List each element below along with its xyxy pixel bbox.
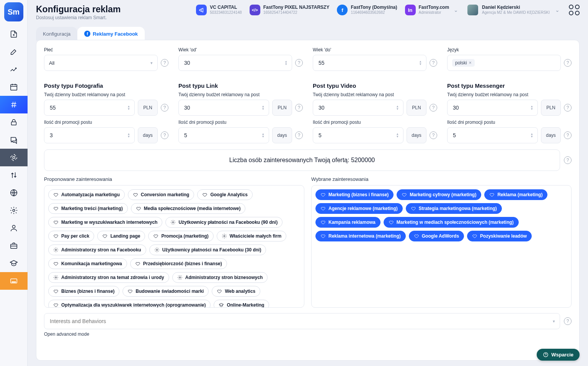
- nav-team[interactable]: [0, 272, 28, 290]
- interest-chip[interactable]: Automatyzacja marketingu: [48, 189, 125, 200]
- number-stepper[interactable]: ▴▾: [531, 105, 533, 110]
- interest-chip[interactable]: Przedsiębiorczość (biznes i finanse): [130, 258, 227, 269]
- interest-chip-selected[interactable]: Google AdWords: [409, 231, 464, 241]
- nav-calendar[interactable]: [0, 78, 28, 96]
- nav-education[interactable]: [0, 254, 28, 272]
- budget-value[interactable]: [183, 104, 262, 111]
- number-stepper[interactable]: ▴▾: [531, 133, 533, 138]
- chevron-down-icon[interactable]: ⌄: [554, 7, 561, 13]
- gender-select[interactable]: All ▾: [44, 55, 158, 71]
- apps-grid-icon[interactable]: [569, 5, 580, 15]
- interest-chip[interactable]: Administratorzy stron biznesowych: [172, 272, 268, 283]
- help-icon[interactable]: ?: [295, 131, 303, 139]
- help-icon[interactable]: ?: [430, 104, 437, 112]
- days-value[interactable]: [183, 132, 262, 139]
- interests-search-input[interactable]: ▾: [44, 313, 560, 329]
- help-icon[interactable]: ?: [564, 131, 572, 139]
- nav-ai[interactable]: [0, 149, 28, 166]
- help-icon[interactable]: ?: [564, 317, 572, 325]
- interest-chip-selected[interactable]: Marketing cyfrowy (marketing): [397, 189, 481, 200]
- budget-video-input[interactable]: ▴▾: [313, 100, 403, 116]
- interest-chip-selected[interactable]: Kampania reklamowa: [315, 217, 381, 228]
- interest-chip-selected[interactable]: Marketing (biznes i finanse): [315, 189, 394, 200]
- help-icon[interactable]: ?: [564, 156, 572, 164]
- days-link-input[interactable]: ▴▾: [178, 127, 269, 143]
- interest-chip-selected[interactable]: Reklama internetowa (marketing): [315, 231, 406, 241]
- interest-chip-selected[interactable]: Strategia marketingowa (marketing): [406, 203, 502, 214]
- app-logo[interactable]: Sm: [4, 2, 23, 21]
- interest-chip[interactable]: Promocja (marketing): [148, 231, 213, 241]
- interest-chip-selected[interactable]: Reklama (marketing): [484, 189, 547, 200]
- interest-chip[interactable]: Pay per click: [48, 231, 94, 241]
- language-select[interactable]: polski ×: [447, 55, 561, 71]
- interest-chip[interactable]: Web analytics: [212, 286, 260, 297]
- account-pixel[interactable]: </> FastTony PIXEL NAJSTARSZY 1658254714…: [250, 5, 330, 15]
- nav-settings[interactable]: [0, 202, 28, 219]
- number-stepper[interactable]: ▴▾: [397, 133, 399, 138]
- nav-hashtag[interactable]: [0, 96, 28, 113]
- number-stepper[interactable]: ▴▾: [397, 105, 399, 110]
- number-stepper[interactable]: ▴▾: [285, 60, 287, 66]
- help-icon[interactable]: ?: [564, 104, 572, 112]
- interest-chip[interactable]: Właściciele małych firm: [217, 231, 286, 241]
- nav-briefcase[interactable]: [0, 237, 28, 254]
- number-stepper[interactable]: ▴▾: [262, 133, 264, 138]
- interest-chip-selected[interactable]: Agencje reklamowe (marketing): [315, 203, 403, 214]
- interest-chip[interactable]: Landing page: [97, 231, 145, 241]
- days-value[interactable]: [452, 132, 531, 139]
- tab-konfiguracja[interactable]: Konfiguracja: [36, 27, 77, 41]
- help-icon[interactable]: ?: [161, 104, 168, 112]
- nav-chat[interactable]: [0, 131, 28, 149]
- account-fasttony-default[interactable]: f FastTony (Domyślna) 1164694603562682: [337, 5, 397, 15]
- interest-chip[interactable]: Media społecznościowe (media internetowe…: [131, 203, 246, 214]
- selected-interests-box[interactable]: Marketing (biznes i finanse)Marketing cy…: [311, 185, 572, 308]
- age-to-input[interactable]: ▴▾: [313, 55, 426, 71]
- interest-chip[interactable]: Optymalizacja dla wyszukiwarek interneto…: [48, 300, 211, 308]
- number-stepper[interactable]: ▴▾: [128, 133, 130, 138]
- language-chip[interactable]: polski ×: [452, 59, 475, 67]
- help-icon[interactable]: ?: [295, 104, 303, 112]
- support-button[interactable]: Wsparcie: [537, 349, 580, 361]
- days-msgr-input[interactable]: ▴▾: [447, 127, 538, 143]
- advanced-mode-link[interactable]: Open advanced mode: [44, 332, 572, 337]
- interest-chip[interactable]: Budowanie świadomości marki: [122, 286, 209, 297]
- help-icon[interactable]: ?: [161, 59, 168, 67]
- nav-lock[interactable]: [0, 113, 28, 131]
- nav-edit[interactable]: [0, 43, 28, 61]
- chevron-down-icon[interactable]: ⌄: [452, 7, 460, 13]
- interest-chip[interactable]: Użytkownicy płatności na Facebooku (90 d…: [165, 217, 283, 228]
- help-icon[interactable]: ?: [430, 131, 437, 139]
- budget-photo-input[interactable]: ▴▾: [44, 100, 135, 116]
- interest-chip[interactable]: Online-Marketing: [214, 300, 269, 308]
- interest-chip[interactable]: Administratorzy stron na temat zdrowia i…: [48, 272, 169, 283]
- nav-globe[interactable]: [0, 184, 28, 202]
- interest-chip[interactable]: Użytkownicy płatności na Facebooku (30 d…: [149, 245, 266, 255]
- account-vc-capital[interactable]: VC CAPITAL 503234831224148: [196, 5, 242, 15]
- help-icon[interactable]: ?: [430, 59, 437, 67]
- budget-value[interactable]: [49, 104, 128, 111]
- age-from-value[interactable]: [183, 59, 285, 66]
- age-from-input[interactable]: ▴▾: [178, 55, 292, 71]
- budget-msgr-input[interactable]: ▴▾: [447, 100, 538, 116]
- help-icon[interactable]: ?: [295, 59, 303, 67]
- interest-chip-selected[interactable]: Marketing w mediach społecznościowych (m…: [384, 217, 519, 228]
- budget-value[interactable]: [452, 104, 531, 111]
- number-stepper[interactable]: ▴▾: [128, 105, 130, 110]
- number-stepper[interactable]: ▴▾: [262, 105, 264, 110]
- user-menu[interactable]: Daniel Kędzierski Agencja M2 & Me DAWID …: [467, 5, 561, 15]
- days-video-input[interactable]: ▴▾: [313, 127, 403, 143]
- help-icon[interactable]: ?: [161, 131, 168, 139]
- interest-chip[interactable]: Biznes (biznes i finanse): [48, 286, 119, 297]
- days-value[interactable]: [318, 132, 397, 139]
- days-value[interactable]: [49, 132, 128, 139]
- close-icon[interactable]: ×: [469, 60, 472, 66]
- age-to-value[interactable]: [318, 59, 420, 66]
- interest-chip[interactable]: Marketing w wyszukiwarkach internetowych: [48, 217, 162, 228]
- nav-stats[interactable]: [0, 61, 28, 78]
- suggested-interests-box[interactable]: Automatyzacja marketinguConversion marke…: [44, 185, 304, 308]
- interest-chip-selected[interactable]: Pozyskiwanie leadów: [467, 231, 532, 241]
- help-icon[interactable]: ?: [564, 59, 572, 67]
- interests-search-field[interactable]: [49, 318, 553, 325]
- budget-value[interactable]: [318, 104, 397, 111]
- number-stepper[interactable]: ▴▾: [420, 60, 421, 66]
